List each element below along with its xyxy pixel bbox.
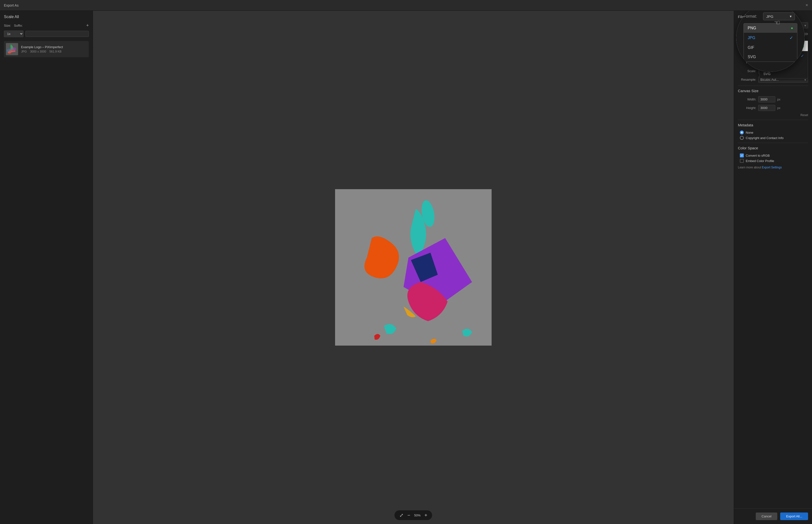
- suffix-label: Suffix:: [14, 24, 23, 27]
- export-settings-link[interactable]: Export Settings: [762, 166, 782, 169]
- mag-format-label: Format:: [744, 14, 763, 19]
- color-space-section: Color Space ✓ Convert to sRGB Embed Colo…: [738, 146, 808, 163]
- mag-jpg-check: ✓: [790, 35, 793, 40]
- mag-gif-label: GIF: [748, 46, 754, 50]
- canvas-width-row: Width: px: [738, 96, 808, 102]
- cancel-button[interactable]: Cancel: [756, 512, 777, 520]
- file-size: 561.9 KB: [49, 50, 61, 53]
- canvas-height-input[interactable]: [758, 105, 775, 111]
- zoom-out-button[interactable]: −: [408, 512, 410, 518]
- convert-srgb-row: ✓ Convert to sRGB: [740, 153, 808, 158]
- divider-2: [738, 85, 808, 86]
- divider-4: [738, 143, 808, 143]
- left-panel: Scale All Size: Suffix: + 1x 2x 3x 0.5x: [0, 11, 93, 524]
- file-dimensions: 3000 x 3000: [30, 50, 46, 53]
- titlebar: Export As ×: [0, 0, 812, 11]
- color-space-title: Color Space: [738, 146, 808, 150]
- size-label: Size:: [4, 24, 11, 27]
- embed-profile-label: Embed Color Profile: [746, 159, 774, 163]
- metadata-none-row: None: [740, 131, 808, 134]
- mag-svg-label: SVG: [748, 55, 756, 59]
- metadata-radio-group: None Copyright and Contact Info: [740, 131, 808, 140]
- metadata-copyright-radio[interactable]: [740, 136, 744, 140]
- window-title: Export As: [4, 3, 19, 7]
- file-info: Example Logo – PiXimperfect JPG 3000 x 3…: [21, 45, 87, 53]
- reset-button[interactable]: Reset: [738, 113, 808, 117]
- close-button[interactable]: ×: [806, 3, 808, 8]
- main-layout: Scale All Size: Suffix: + 1x 2x 3x 0.5x: [0, 11, 812, 524]
- metadata-section: Metadata None Copyright and Contact Info: [738, 123, 808, 140]
- file-item: Example Logo – PiXimperfect JPG 3000 x 3…: [4, 41, 89, 57]
- mag-png-label: PNG: [748, 26, 756, 30]
- resample-label: Resample:: [738, 78, 756, 81]
- mag-dropdown: PNG ● JPG ✓ GIF SVG: [744, 23, 797, 62]
- file-type: JPG: [21, 50, 27, 53]
- file-thumbnail: [6, 43, 18, 55]
- canvas-height-row: Height: px: [738, 105, 808, 111]
- mag-item-svg[interactable]: SVG: [744, 52, 797, 62]
- convert-srgb-checkbox[interactable]: ✓: [740, 153, 744, 158]
- export-all-button[interactable]: Export All...: [780, 512, 808, 520]
- right-panel: File Settings Format: JPG PNG GIF SVG ▾ …: [734, 11, 812, 524]
- mag-png-dot: ●: [791, 26, 793, 30]
- mag-format-value: JPG: [766, 14, 773, 19]
- add-size-button[interactable]: +: [86, 23, 89, 28]
- metadata-title: Metadata: [738, 123, 808, 127]
- bottom-buttons: Cancel Export All...: [734, 508, 812, 524]
- embed-profile-checkbox[interactable]: [740, 159, 744, 163]
- mag-format-row: Format: JPG ▾: [741, 13, 800, 20]
- canvas-height-unit: px: [777, 106, 780, 110]
- zoom-in-button[interactable]: +: [425, 512, 428, 518]
- dropdown-svg-label: SVG: [763, 72, 771, 76]
- size-row: 1x 2x 3x 0.5x: [4, 31, 89, 37]
- bottom-toolbar: ⤢ − 50% +: [395, 510, 432, 520]
- file-meta: JPG 3000 x 3000 561.9 KB: [21, 50, 87, 53]
- mag-item-jpg[interactable]: JPG ✓: [744, 33, 797, 43]
- convert-srgb-label: Convert to sRGB: [746, 154, 770, 158]
- cursor-hand-icon: ☞: [774, 19, 780, 27]
- metadata-none-label: None: [746, 131, 753, 134]
- mag-item-gif[interactable]: GIF: [744, 43, 797, 52]
- mag-jpg-label: JPG: [748, 36, 755, 40]
- svg-point-4: [8, 51, 11, 53]
- magnifier-content: Format: JPG ▾ PNG ● JPG ✓: [736, 11, 805, 72]
- magnifier-circle: Format: JPG ▾ PNG ● JPG ✓: [736, 11, 805, 72]
- size-select[interactable]: 1x 2x 3x 0.5x: [4, 31, 23, 37]
- embed-profile-row: Embed Color Profile: [740, 159, 808, 163]
- canvas-width-unit: px: [777, 98, 780, 101]
- preview-area: ⤢ − 50% +: [93, 11, 734, 524]
- zoom-level: 50%: [414, 513, 420, 517]
- canvas-width-input[interactable]: [758, 96, 775, 102]
- learn-more: Learn more about Export Settings: [738, 166, 808, 169]
- canvas-height-label: Height:: [738, 106, 756, 110]
- file-name: Example Logo – PiXimperfect: [21, 45, 87, 49]
- metadata-none-radio[interactable]: [740, 131, 744, 134]
- scale-all-title: Scale All: [4, 15, 89, 19]
- canvas-width-label: Width:: [738, 98, 756, 101]
- size-suffix-row: Size: Suffix: +: [4, 23, 89, 28]
- fit-screen-button[interactable]: ⤢: [399, 512, 403, 518]
- divider-3: [738, 120, 808, 120]
- canvas-size-title: Canvas Size: [738, 89, 808, 93]
- metadata-copyright-label: Copyright and Contact Info: [746, 136, 784, 140]
- suffix-input[interactable]: [26, 31, 89, 37]
- preview-canvas: [335, 189, 492, 346]
- metadata-copyright-row: Copyright and Contact Info: [740, 136, 808, 140]
- mag-item-png[interactable]: PNG ●: [744, 23, 797, 33]
- mag-format-arrow: ▾: [790, 14, 792, 19]
